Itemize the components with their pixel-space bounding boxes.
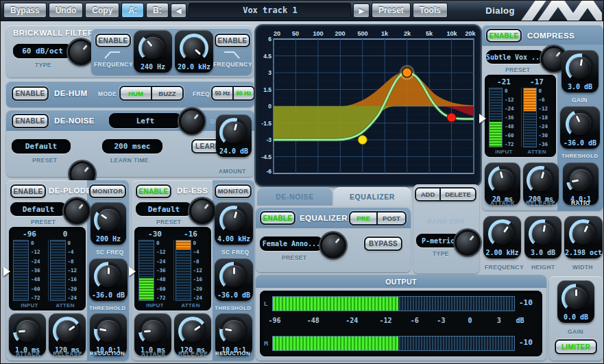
previous-preset-icon[interactable]: ◀ [171,3,187,18]
preset-menu-button[interactable]: Preset [372,3,411,18]
deess-threshold-knob-module[interactable]: -36.0 dB [215,258,253,301]
limiter-button[interactable]: LIMITER [555,339,597,354]
lowpass-enable-button[interactable]: ENABLE [215,34,250,47]
dehum-enable-button[interactable]: ENABLE [12,86,49,101]
band-type-display[interactable]: P-metric [416,234,460,247]
copy-button[interactable]: Copy [85,3,119,18]
compress-meter-box: -21-17 0-12-24-36-48-60-72 0-6-12-18-24-… [485,75,556,157]
tab-de-noise[interactable]: DE-NOISE [257,187,333,206]
compress-threshold-marker[interactable] [479,114,491,123]
band-delete-button[interactable]: DELETE [439,189,475,200]
denoise-amount-knob-module[interactable]: 24.0 dB [216,114,252,157]
output-gain-knob-module[interactable]: 0.0 dB [557,280,594,323]
denoise-preset-display[interactable]: Default [12,139,71,154]
equalizer-preset-knob[interactable] [320,232,346,258]
deplode-sc-freq-knob-module[interactable]: 200 Hz [90,202,126,245]
output-db-label: dB [516,317,524,324]
deess-reduction-label: REDUCTION [215,350,250,356]
dehum-freq-switch: 50 Hz 60 Hz [211,86,255,101]
band-width-value: 2.198 oct [565,249,602,256]
deess-release-knob-module[interactable]: 120 ms [174,313,211,356]
deess-reduction-knob-module[interactable]: 10.0:1 [215,313,252,356]
band-add-button[interactable]: ADD [416,189,439,200]
compress-preset-display[interactable]: Subtle Vox ... [486,50,544,64]
deplode-threshold-marker[interactable] [3,267,15,276]
deplode-enable-button[interactable]: ENABLE [10,184,46,198]
bypass-button[interactable]: Bypass [3,3,47,18]
band-frequency-label: FREQUENCY [485,264,524,271]
deplode-monitor-button[interactable]: MONITOR [89,184,126,198]
lowpass-filter-icon [223,51,241,59]
deess-attack-knob-module[interactable]: 1.0 ms [134,313,171,356]
compress-threshold-label: THRESHOLD [561,153,598,159]
deplode-attack-label: ATTACK [16,350,40,357]
equalizer-bypass-button[interactable]: BYPASS [364,236,402,251]
deplode-release-knob-module[interactable]: 120 ms [49,313,86,356]
compress-gain-knob-module[interactable]: 3.0 dB [561,50,599,93]
denoise-preset-label: PRESET [32,157,57,164]
deplode-atten-meter: 0-4-8-12-16-20-24 [48,240,84,301]
band-height-knob-module[interactable]: 3.0 dB [524,216,561,258]
eq-graph[interactable]: 20501002005001k2k5k10k20k 64.531.50-1.5-… [256,25,481,186]
wave-arts-logo [521,0,602,21]
deplode-input-peak: -96 [12,230,47,239]
denoise-enable-button[interactable]: ENABLE [12,114,49,128]
dehum-freq-60hz-button[interactable]: 60 Hz [232,87,254,99]
svg-text:20k: 20k [465,30,476,37]
undo-button[interactable]: Undo [49,3,84,18]
deess-sc-freq-knob-module[interactable]: 4.00 kHz [215,202,253,245]
lowpass-frequency-knob-module[interactable]: 20.0 kHz [175,30,213,73]
brickwall-type-knob[interactable] [68,39,94,65]
compress-release-knob-module[interactable]: 200 ms [523,162,559,205]
dehum-mode-hum-button[interactable]: HUM [121,87,151,99]
ab-compare-b-button[interactable]: B: [146,3,169,18]
deess-preset-knob[interactable] [189,198,215,224]
next-preset-icon[interactable]: ▶ [353,3,370,18]
highpass-frequency-knob-module[interactable]: 240 Hz [134,30,172,73]
equalizer-preset-display[interactable]: Female Anno... [260,236,323,251]
brickwall-type-display[interactable]: 60 dB/oct [13,44,72,58]
compress-ratio-knob-module[interactable]: 4.0:1 [563,162,599,205]
deess-preset-label: PRESET [156,219,181,226]
denoise-learn-time-display[interactable]: 200 msec [102,139,162,154]
denoise-disp-mode-display[interactable]: Left [109,113,182,128]
equalizer-pre-button[interactable]: PRE [350,213,376,224]
toolbar: Bypass Undo Copy A: B: ◀ Vox track 1 ▶ P… [1,1,604,21]
deess-preset-display[interactable]: Default [136,202,192,216]
output-gain-label: GAIN [568,328,583,335]
output-right-meter [272,336,515,351]
deplode-threshold-knob-module[interactable]: -36.0 dB [89,258,128,301]
tools-menu-button[interactable]: Tools [413,3,448,18]
equalizer-enable-button[interactable]: ENABLE [260,211,295,225]
deess-monitor-button[interactable]: MONITOR [215,184,252,198]
deplode-preset-knob[interactable] [64,198,90,224]
deess-threshold-marker[interactable] [129,267,141,276]
compress-threshold-knob-module[interactable]: -36.0 dB [560,106,600,149]
eq-band-handle-parametric[interactable] [402,68,412,77]
preset-name-display[interactable]: Vox track 1 [189,3,351,18]
equalizer-post-button[interactable]: POST [376,213,405,224]
deplode-attack-knob-module[interactable]: 1.0 ms [9,313,46,356]
denoise-disp-mode-knob[interactable] [179,108,205,134]
deplode-reduction-knob-module[interactable]: 10.0:1 [90,313,127,356]
compress-attack-label: ATTACK [490,199,515,206]
eq-band-handle-highshelf[interactable] [447,113,456,122]
deplode-preset-display[interactable]: Default [10,202,67,216]
deess-enable-button[interactable]: ENABLE [136,184,171,198]
compress-atten-peak: -17 [520,77,553,86]
dehum-freq-50hz-button[interactable]: 50 Hz [213,87,232,99]
eq-band-handle-lowshelf[interactable] [358,136,367,145]
compress-attack-knob-module[interactable]: 20 ms [485,162,520,205]
compress-input-label: INPUT [487,149,520,155]
compress-gain-label: GAIN [572,97,588,104]
band-type-knob[interactable] [455,230,481,256]
band-width-knob-module[interactable]: 2.198 oct [564,216,603,258]
band-frequency-knob-module[interactable]: 2.00 kHz [483,216,521,258]
dehum-mode-buzz-button[interactable]: BUZZ [151,87,182,99]
compress-enable-button[interactable]: ENABLE [486,29,522,43]
tab-equalizer[interactable]: EQUALIZER [334,187,411,206]
highpass-enable-button[interactable]: ENABLE [95,34,131,47]
ab-compare-a-button[interactable]: A: [121,3,144,18]
deess-input-meter: 0-12-24-36-48-60-72 [137,240,172,301]
svg-text:500: 500 [357,30,367,37]
